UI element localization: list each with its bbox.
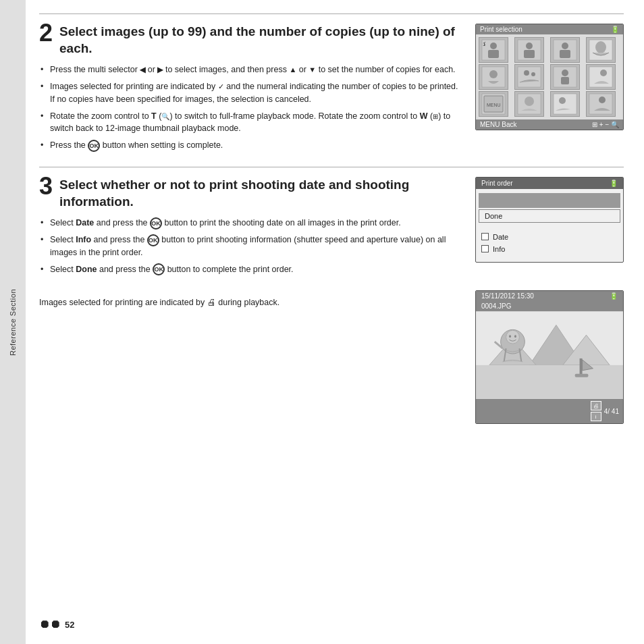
step3-bullet-3: Select Done and press the OK button to c… bbox=[39, 263, 462, 276]
step3-section: 3 Select whether or not to print shootin… bbox=[39, 167, 624, 279]
svg-point-16 bbox=[531, 72, 535, 76]
pb-footer: 🖨 i 4/ 41 bbox=[476, 399, 623, 423]
pb-print-icons: 🖨 i bbox=[591, 401, 601, 421]
playback-screen: 15/11/2012 15:30 🔋 0004.JPG bbox=[475, 290, 624, 424]
pb-image-area bbox=[476, 311, 623, 399]
svg-point-13 bbox=[489, 70, 498, 78]
svg-point-42 bbox=[514, 336, 516, 338]
step2-bullet-4: Press the OK button when setting is comp… bbox=[39, 139, 462, 152]
battery-icon: 🔋 bbox=[611, 26, 619, 33]
svg-rect-19 bbox=[561, 77, 569, 84]
step2-heading-text: Select images (up to 99) and the number … bbox=[59, 24, 455, 55]
thumb-figure-12 bbox=[589, 93, 613, 115]
thumb-4 bbox=[586, 37, 616, 63]
svg-point-15 bbox=[524, 70, 529, 76]
svg-rect-27 bbox=[554, 94, 576, 114]
step2-text: 2 Select images (up to 99) and the numbe… bbox=[39, 24, 462, 156]
svg-rect-36 bbox=[580, 358, 583, 375]
playback-screen-container: 15/11/2012 15:30 🔋 0004.JPG bbox=[475, 290, 624, 424]
sidebar-label: Reference Section bbox=[9, 289, 17, 356]
step3-heading: 3 Select whether or not to print shootin… bbox=[39, 177, 462, 210]
thumb-figure-2 bbox=[517, 39, 541, 61]
svg-rect-35 bbox=[476, 365, 623, 399]
pb-filename-text: 0004.JPG bbox=[481, 302, 511, 310]
print-selection-title: Print selection bbox=[480, 26, 522, 33]
svg-rect-2 bbox=[488, 50, 499, 58]
thumb-5 bbox=[479, 64, 508, 90]
thumb-figure-6 bbox=[517, 66, 541, 88]
svg-point-26 bbox=[525, 97, 534, 106]
pb-count: 4/ 41 bbox=[604, 408, 619, 415]
step2-bullet-3: Rotate the zoom control to T (🔍) to swit… bbox=[39, 110, 462, 136]
sidebar: Reference Section bbox=[0, 0, 26, 644]
po-date-row: Date bbox=[476, 231, 623, 243]
svg-point-40 bbox=[506, 331, 520, 344]
print-order-screen: Print order 🔋 Done Date Info bbox=[475, 177, 624, 263]
po-header: Print order 🔋 bbox=[476, 178, 623, 189]
thumb-figure-4 bbox=[589, 39, 613, 61]
thumb-8 bbox=[586, 64, 616, 90]
svg-rect-14 bbox=[518, 67, 541, 87]
pb-icon-printer: 🖨 bbox=[591, 401, 601, 410]
thumb-figure-9: MENU bbox=[481, 93, 506, 115]
step3-screen: Print order 🔋 Done Date Info bbox=[475, 177, 624, 279]
svg-point-1 bbox=[490, 43, 497, 49]
thumb-figure-1: 1 bbox=[481, 39, 506, 61]
svg-point-18 bbox=[562, 70, 568, 76]
svg-rect-6 bbox=[524, 50, 535, 58]
thumb-figure-3 bbox=[553, 39, 577, 61]
images-note-section: Images selected for printing are indicat… bbox=[39, 290, 624, 424]
svg-rect-20 bbox=[589, 67, 612, 87]
thumb-7 bbox=[550, 64, 580, 90]
thumb-11 bbox=[550, 91, 580, 117]
po-bottom-spacer bbox=[476, 255, 623, 262]
po-battery: 🔋 bbox=[610, 180, 618, 187]
step3-bullet-2: Select Info and press the OK button to p… bbox=[39, 234, 462, 259]
thumb-figure-11 bbox=[553, 93, 577, 115]
svg-text:MENU: MENU bbox=[487, 103, 501, 107]
step2-screen: Print selection 🔋 1 bbox=[475, 24, 624, 156]
po-spacer bbox=[476, 224, 623, 231]
step2-section: 2 Select images (up to 99) and the numbe… bbox=[39, 14, 624, 156]
thumb-10 bbox=[514, 91, 544, 117]
step3-text: 3 Select whether or not to print shootin… bbox=[39, 177, 462, 279]
page-number: 52 bbox=[65, 620, 74, 630]
svg-rect-9 bbox=[560, 50, 570, 58]
po-info-row: Info bbox=[476, 243, 623, 255]
svg-point-21 bbox=[600, 70, 607, 76]
thumb-6 bbox=[514, 64, 544, 90]
thumb-figure-8 bbox=[589, 66, 613, 88]
thumb-figure-5 bbox=[481, 66, 506, 88]
footer-controls: ⊞ + − 🔍 bbox=[592, 121, 619, 128]
playback-image-svg bbox=[476, 311, 623, 399]
pb-header: 15/11/2012 15:30 🔋 bbox=[476, 291, 623, 301]
svg-point-30 bbox=[599, 97, 606, 103]
printer-icon: 🖨 bbox=[207, 297, 216, 307]
step3-bullet-1: Select Date and press the OK button to p… bbox=[39, 217, 462, 230]
svg-point-8 bbox=[562, 43, 568, 49]
step2-bullets: Press the multi selector ◀ or ▶ to selec… bbox=[39, 63, 462, 152]
step2-bullet-1: Press the multi selector ◀ or ▶ to selec… bbox=[39, 63, 462, 76]
svg-point-28 bbox=[559, 97, 566, 104]
main-content: 2 Select images (up to 99) and the numbe… bbox=[26, 0, 644, 644]
page-footer: ⏺⏺ 52 bbox=[39, 612, 624, 630]
po-info-label: Info bbox=[493, 245, 505, 253]
print-selection-screen: Print selection 🔋 1 bbox=[475, 24, 624, 130]
svg-point-11 bbox=[595, 41, 606, 53]
footer-back: MENU Back bbox=[480, 121, 516, 128]
step2-number: 2 bbox=[39, 24, 53, 45]
print-selection-header: Print selection 🔋 bbox=[476, 24, 623, 34]
po-selected-bar bbox=[479, 193, 620, 208]
pb-battery-icon: 🔋 bbox=[610, 292, 618, 300]
thumb-9: MENU bbox=[479, 91, 508, 117]
po-date-label: Date bbox=[493, 233, 508, 241]
thumb-1: 1 bbox=[479, 37, 508, 63]
po-title: Print order bbox=[481, 180, 513, 187]
date-checkbox bbox=[481, 233, 489, 240]
svg-rect-38 bbox=[575, 374, 589, 377]
svg-point-41 bbox=[509, 336, 511, 338]
thumbnail-grid: 1 bbox=[476, 34, 623, 119]
thumb-figure-7 bbox=[553, 66, 577, 88]
step2-bullet-2: Images selected for printing are indicat… bbox=[39, 80, 462, 106]
step3-bullets: Select Date and press the OK button to p… bbox=[39, 217, 462, 275]
